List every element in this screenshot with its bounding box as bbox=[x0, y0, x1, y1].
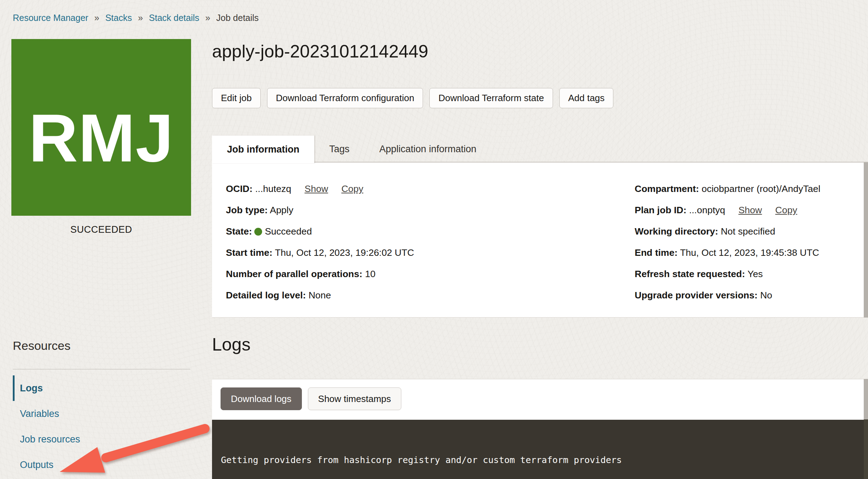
job-info-left-column: OCID: ...hutezq Show Copy Job type: Appl… bbox=[226, 178, 414, 306]
status-badge: SUCCEEDED bbox=[11, 224, 191, 235]
sidebar-item-variables[interactable]: Variables bbox=[13, 401, 190, 426]
logs-panel: Download logs Show timestamps Getting pr… bbox=[212, 379, 868, 479]
resources-divider bbox=[13, 369, 190, 369]
field-ocid: OCID: ...hutezq Show Copy bbox=[226, 178, 414, 199]
scrollbar-track[interactable] bbox=[864, 419, 868, 479]
tab-job-information[interactable]: Job information bbox=[212, 136, 314, 163]
field-label: Upgrade provider versions: bbox=[635, 290, 758, 301]
succeeded-status-dot-icon bbox=[254, 228, 262, 236]
field-state: State:Succeeded bbox=[226, 221, 414, 242]
field-value: None bbox=[309, 290, 331, 301]
plan-job-id-copy-link[interactable]: Copy bbox=[775, 205, 797, 215]
field-compartment: Compartment: ociobpartner (root)/AndyTae… bbox=[635, 178, 820, 199]
field-value: Apply bbox=[270, 205, 293, 215]
field-label: Start time: bbox=[226, 247, 272, 258]
field-value: Not specified bbox=[721, 226, 775, 237]
download-terraform-state-button[interactable]: Download Terraform state bbox=[429, 88, 553, 108]
breadcrumb-resource-manager[interactable]: Resource Manager bbox=[13, 13, 88, 23]
field-label: Compartment: bbox=[635, 183, 699, 194]
field-upgrade-provider-versions: Upgrade provider versions: No bbox=[635, 285, 820, 306]
ocid-show-link[interactable]: Show bbox=[304, 183, 328, 194]
field-parallel-operations: Number of parallel operations: 10 bbox=[226, 263, 414, 285]
edit-job-button[interactable]: Edit job bbox=[212, 88, 261, 108]
field-label: Refresh state requested: bbox=[635, 269, 745, 279]
job-avatar-initials: RMJ bbox=[29, 78, 174, 177]
field-value: ...hutezq bbox=[255, 183, 291, 194]
field-label: Detailed log level: bbox=[226, 290, 306, 301]
breadcrumb-separator: » bbox=[138, 13, 143, 23]
field-value: ociobpartner (root)/AndyTael bbox=[701, 183, 820, 194]
sidebar-item-job-resources[interactable]: Job resources bbox=[13, 426, 190, 452]
ocid-copy-link[interactable]: Copy bbox=[341, 183, 363, 194]
field-value: Thu, Oct 12, 2023, 19:45:38 UTC bbox=[680, 247, 819, 258]
page-title: apply-job-20231012142449 bbox=[212, 41, 428, 62]
resources-heading: Resources bbox=[13, 339, 71, 353]
field-label: End time: bbox=[635, 247, 678, 258]
add-tags-button[interactable]: Add tags bbox=[559, 88, 614, 108]
job-info-right-column: Compartment: ociobpartner (root)/AndyTae… bbox=[635, 178, 820, 306]
sidebar-item-outputs[interactable]: Outputs bbox=[13, 452, 190, 478]
download-terraform-configuration-button[interactable]: Download Terraform configuration bbox=[267, 88, 423, 108]
sidebar-item-logs[interactable]: Logs bbox=[13, 375, 190, 401]
tab-tags[interactable]: Tags bbox=[314, 136, 364, 163]
field-label: State: bbox=[226, 226, 252, 237]
job-avatar: RMJ bbox=[11, 39, 191, 216]
field-value: Thu, Oct 12, 2023, 19:26:02 UTC bbox=[275, 247, 414, 258]
field-label: Job type: bbox=[226, 205, 268, 215]
field-refresh-state-requested: Refresh state requested: Yes bbox=[635, 263, 820, 285]
breadcrumb-separator: » bbox=[94, 13, 99, 23]
job-information-panel: OCID: ...hutezq Show Copy Job type: Appl… bbox=[212, 163, 868, 318]
field-value: Yes bbox=[748, 269, 763, 279]
field-job-type: Job type: Apply bbox=[226, 199, 414, 221]
plan-job-id-show-link[interactable]: Show bbox=[738, 205, 762, 215]
field-value: No bbox=[760, 290, 772, 301]
field-label: Number of parallel operations: bbox=[226, 269, 362, 279]
field-value: ...onptyq bbox=[689, 205, 725, 215]
breadcrumb-stacks[interactable]: Stacks bbox=[105, 13, 132, 23]
log-terminal[interactable]: Getting providers from hashicorp registr… bbox=[212, 420, 868, 479]
action-buttons: Edit job Download Terraform configuratio… bbox=[212, 88, 613, 108]
field-label: Working directory: bbox=[635, 226, 718, 237]
field-value: 10 bbox=[365, 269, 375, 279]
logs-toolbar: Download logs Show timestamps bbox=[212, 379, 868, 410]
breadcrumb: Resource Manager » Stacks » Stack detail… bbox=[13, 13, 259, 23]
field-label: Plan job ID: bbox=[635, 205, 687, 215]
tab-bar: Job information Tags Application informa… bbox=[212, 136, 868, 163]
scrollbar-track[interactable] bbox=[864, 379, 868, 419]
field-start-time: Start time: Thu, Oct 12, 2023, 19:26:02 … bbox=[226, 242, 414, 263]
breadcrumb-stack-details[interactable]: Stack details bbox=[149, 13, 199, 23]
log-line: Getting providers from hashicorp registr… bbox=[221, 453, 868, 467]
field-plan-job-id: Plan job ID: ...onptyq Show Copy bbox=[635, 199, 820, 221]
field-value: Succeeded bbox=[265, 226, 312, 237]
logs-section-heading: Logs bbox=[212, 334, 250, 355]
field-detailed-log-level: Detailed log level: None bbox=[226, 285, 414, 306]
field-working-directory: Working directory: Not specified bbox=[635, 221, 820, 242]
resources-nav: Logs Variables Job resources Outputs bbox=[13, 375, 190, 478]
tab-application-information[interactable]: Application information bbox=[364, 136, 491, 163]
field-end-time: End time: Thu, Oct 12, 2023, 19:45:38 UT… bbox=[635, 242, 820, 263]
field-label: OCID: bbox=[226, 183, 253, 194]
show-timestamps-button[interactable]: Show timestamps bbox=[308, 387, 401, 410]
breadcrumb-separator: » bbox=[205, 13, 210, 23]
scrollbar-track[interactable] bbox=[864, 163, 868, 318]
breadcrumb-job-details: Job details bbox=[216, 13, 259, 23]
download-logs-button[interactable]: Download logs bbox=[221, 387, 302, 410]
